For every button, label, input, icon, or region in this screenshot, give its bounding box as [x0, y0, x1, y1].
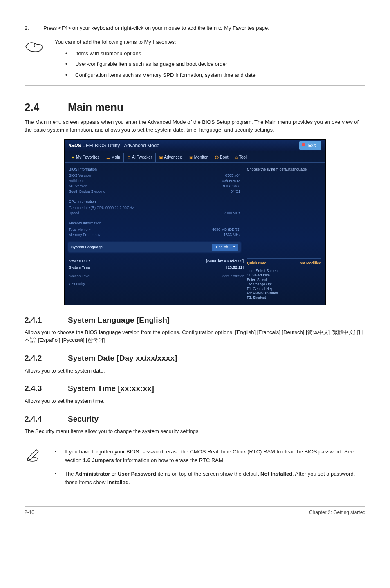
- bullet-text: Items with submenu options: [75, 49, 365, 58]
- system-date-row[interactable]: System Date [Saturday 01/18/2009]: [69, 258, 244, 264]
- bios-brand-logo: /ISUS: [69, 143, 81, 148]
- info-row: Memory Frequency1333 MHz: [69, 232, 240, 238]
- bios-title-text: UEFI BIOS Utility - Advanced Mode: [82, 143, 159, 148]
- access-level-value: Administrator: [222, 274, 244, 279]
- page-number: 2-10: [25, 509, 34, 516]
- subsection-text: The Security menu items allow you to cha…: [25, 428, 365, 435]
- bios-hint-text: Choose the system default language: [247, 167, 321, 172]
- page-footer: 2-10 Chapter 2: Getting started: [25, 506, 365, 516]
- note-bullet: • If you have forgotten your BIOS passwo…: [55, 448, 365, 465]
- bios-body: BIOS Information BIOS Version0305 x64 Bu…: [65, 163, 325, 256]
- memory-info-group: Memory Information Total Memory4096 MB (…: [69, 221, 240, 238]
- system-time-label: System Time: [69, 265, 90, 270]
- info-group-head: CPU Information: [69, 199, 240, 204]
- monitor-icon: ▣: [189, 155, 193, 159]
- info-row: South Bridge Stepping04/C1: [69, 189, 240, 194]
- tab-main[interactable]: ☰Main: [103, 153, 124, 162]
- chapter-label: Chapter 2: Getting started: [309, 509, 365, 516]
- subsection-number: 2.4.4: [25, 413, 68, 425]
- note-bullet: • The Administrator or User Password ite…: [55, 470, 365, 487]
- note-bullet: • Items with submenu options: [55, 49, 365, 58]
- tab-advanced[interactable]: ▣Advanced: [156, 153, 186, 162]
- system-date-value: [Saturday 01/18/2009]: [206, 258, 244, 264]
- tool-icon: ⌂: [235, 155, 238, 159]
- subsection-number: 2.4.3: [25, 383, 68, 394]
- cpu-info-group: CPU Information Genuine Intel(R) CPU 000…: [69, 199, 240, 216]
- chip-icon: ▣: [159, 155, 163, 159]
- subsection-number: 2.4.2: [25, 352, 68, 364]
- subsection-number: 2.4.1: [25, 314, 68, 326]
- note-bullet: • User-configurable items such as langua…: [55, 60, 365, 69]
- info-group-head: Memory Information: [69, 221, 240, 226]
- note-box: You cannot add the following items to My…: [25, 35, 365, 86]
- section-heading: 2.4Main menu: [25, 100, 365, 115]
- note-body: You cannot add the following items to My…: [55, 38, 365, 80]
- security-submenu[interactable]: Security: [69, 281, 244, 287]
- help-line: F2: Previous Values: [247, 291, 321, 296]
- bios-info-group: BIOS Information BIOS Version0305 x64 Bu…: [69, 167, 240, 194]
- note-icon-col: [25, 445, 55, 487]
- system-time-row[interactable]: System Time [23:52:12]: [69, 265, 244, 270]
- subsection-text: Allows you to set the system time.: [25, 397, 365, 405]
- system-language-label: System Language: [71, 245, 103, 250]
- bullet-text: Configuration items such as Memory SPD I…: [75, 71, 365, 80]
- step-row: 2. Press <F4> on your keyboard or right-…: [25, 25, 365, 32]
- bullet-text: User-configurable items such as language…: [75, 60, 365, 69]
- tab-monitor[interactable]: ▣Monitor: [186, 153, 211, 162]
- note-body: • If you have forgotten your BIOS passwo…: [55, 445, 365, 487]
- info-row: Genuine Intel(R) CPU 0000 @ 2.00GHz: [69, 205, 240, 211]
- hand-note-icon: [25, 39, 44, 54]
- bios-titlebar: /ISUS UEFI BIOS Utility - Advanced Mode …: [65, 140, 325, 151]
- help-line: ↑↓: Select Item: [247, 273, 321, 278]
- subsection-heading: 2.4.3System Time [xx:xx:xx]: [25, 383, 365, 394]
- access-level-row: Access Level Administrator: [69, 274, 244, 279]
- help-line: F3: Shortcut: [247, 296, 321, 300]
- info-row: Build Date03/06/2013: [69, 178, 240, 184]
- help-line: Enter: Select: [247, 278, 321, 282]
- access-level-label: Access Level: [69, 274, 90, 279]
- tab-boot[interactable]: ⏻Boot: [211, 153, 232, 162]
- bullet-icon: •: [55, 470, 65, 487]
- pencil-note-icon: [25, 446, 42, 463]
- section-number: 2.4: [25, 100, 68, 115]
- bullet-icon: •: [65, 60, 75, 69]
- bullet-icon: •: [65, 71, 75, 80]
- last-modified-button[interactable]: Last Modified: [298, 260, 321, 266]
- tab-tool[interactable]: ⌂Tool: [232, 153, 250, 162]
- bios-bottom: System Date [Saturday 01/18/2009] System…: [65, 256, 325, 305]
- note-lead: You cannot add the following items to My…: [55, 38, 365, 46]
- system-language-row[interactable]: System Language English: [69, 242, 240, 252]
- subsection-title: Security: [68, 415, 99, 423]
- bullet-text: The Administrator or User Password items…: [65, 470, 365, 487]
- subsection-heading: 2.4.4Security: [25, 413, 365, 425]
- subsection-heading: 2.4.2System Date [Day xx/xx/xxxx]: [25, 352, 365, 364]
- section-title: Main menu: [68, 101, 123, 113]
- system-language-value[interactable]: English: [212, 244, 238, 251]
- quick-note-button[interactable]: Quick Note: [247, 260, 267, 266]
- tab-ai-tweaker[interactable]: ⚙Ai Tweaker: [124, 153, 156, 162]
- system-date-label: System Date: [69, 258, 90, 264]
- star-icon: ★: [71, 155, 75, 159]
- info-group-head: BIOS Information: [69, 167, 240, 172]
- tab-my-favorites[interactable]: ★My Favorites: [68, 153, 103, 162]
- bios-screenshot: /ISUS UEFI BIOS Utility - Advanced Mode …: [64, 139, 326, 305]
- help-line: →←: Select Screen: [247, 269, 321, 273]
- subsection-text: Allows you to set the system date.: [25, 367, 365, 375]
- note-box: • If you have forgotten your BIOS passwo…: [25, 444, 365, 490]
- step-text: Press <F4> on your keyboard or right-cli…: [43, 25, 365, 32]
- bios-bottom-left: System Date [Saturday 01/18/2009] System…: [69, 258, 244, 300]
- subsection-title: System Time [xx:xx:xx]: [68, 384, 154, 393]
- step-number: 2.: [25, 25, 43, 32]
- subsection-heading: 2.4.1System Language [English]: [25, 314, 365, 326]
- help-line: +/-: Change Opt.: [247, 282, 321, 287]
- note-icon-col: [25, 38, 55, 80]
- info-row: BIOS Version0305 x64: [69, 173, 240, 178]
- bios-bottom-right: Quick Note Last Modified →←: Select Scre…: [244, 258, 321, 300]
- power-icon: ⏻: [215, 155, 219, 159]
- exit-button[interactable]: Exit: [299, 141, 321, 150]
- quick-mod-bar: Quick Note Last Modified: [247, 258, 321, 266]
- info-row: Total Memory4096 MB (DDR3): [69, 227, 240, 232]
- info-row: ME Version9.0.3.1333: [69, 184, 240, 189]
- menu-icon: ☰: [106, 155, 110, 159]
- help-line: F1: General Help: [247, 287, 321, 291]
